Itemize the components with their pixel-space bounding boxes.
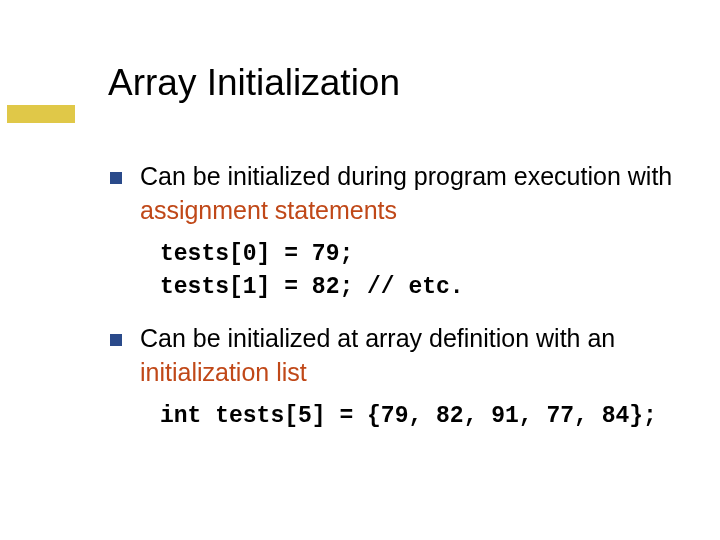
bullet-1-part-1: Can be initialized during program execut… bbox=[140, 162, 672, 190]
slide-title: Array Initialization bbox=[108, 62, 400, 104]
bullet-item-1: Can be initialized during program execut… bbox=[110, 160, 680, 228]
title-accent-bar bbox=[7, 105, 75, 123]
bullet-square-icon bbox=[110, 172, 122, 184]
bullet-2-part-1: Can be initialized at array definition w… bbox=[140, 324, 615, 352]
bullet-square-icon bbox=[110, 334, 122, 346]
bullet-text-1: Can be initialized during program execut… bbox=[140, 160, 680, 228]
bullet-item-2: Can be initialized at array definition w… bbox=[110, 322, 680, 390]
bullet-1-highlight: assignment statements bbox=[140, 196, 397, 224]
code-block-1: tests[0] = 79; tests[1] = 82; // etc. bbox=[160, 238, 680, 305]
slide-content: Can be initialized during program execut… bbox=[110, 160, 680, 451]
code-block-2: int tests[5] = {79, 82, 91, 77, 84}; bbox=[160, 400, 680, 433]
bullet-text-2: Can be initialized at array definition w… bbox=[140, 322, 680, 390]
bullet-2-highlight: initialization list bbox=[140, 358, 307, 386]
